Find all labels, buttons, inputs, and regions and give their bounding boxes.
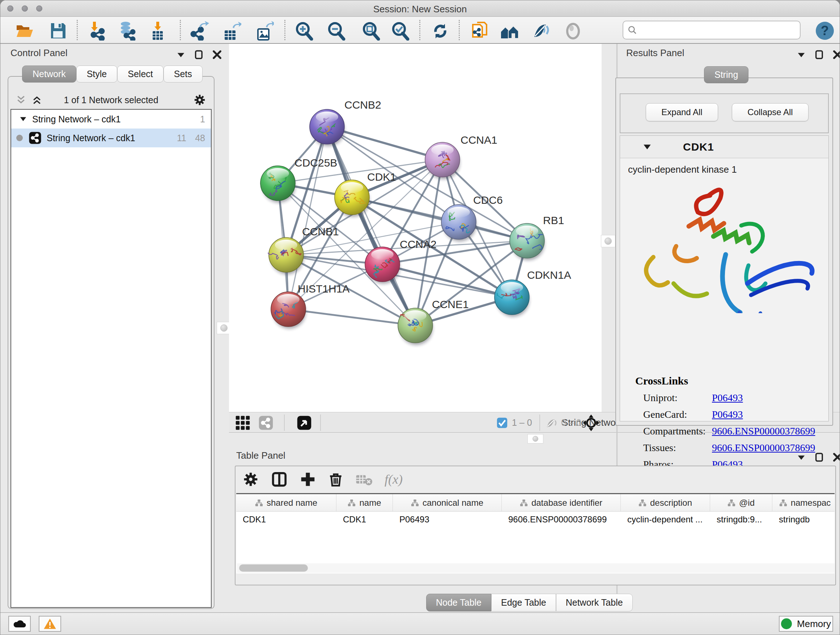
network-options-gear-icon[interactable] [194, 94, 206, 106]
export-view-icon[interactable] [296, 415, 312, 431]
crosslink-link[interactable]: 9606.ENSP00000378699 [712, 425, 815, 437]
float-panel-icon[interactable] [814, 452, 824, 462]
table-row[interactable]: CDK1 CDK1 P06493 9606.ENSP00000378699 cy… [236, 511, 835, 529]
node-label-CDK1: CDK1 [367, 171, 396, 183]
panel-menu-icon[interactable] [176, 50, 186, 60]
tab-select[interactable]: Select [117, 65, 163, 82]
close-panel-icon[interactable] [832, 50, 840, 60]
tab-network-table[interactable]: Network Table [556, 594, 633, 611]
float-panel-icon[interactable] [814, 50, 824, 60]
svg-text:?: ? [821, 23, 829, 38]
attribute-icon [728, 499, 736, 507]
edge-CCNE1-HIST1H1A[interactable] [288, 309, 415, 325]
column-header[interactable]: name [336, 494, 393, 511]
right-splitter-handle[interactable] [601, 235, 615, 247]
network-row[interactable]: String Network – cdk1 11 48 [11, 128, 211, 147]
save-session-button[interactable] [47, 20, 69, 41]
import-table-button[interactable] [147, 20, 169, 41]
zoom-in-button[interactable] [293, 20, 315, 41]
main-toolbar: ? [0, 17, 840, 44]
export-network-button[interactable] [188, 20, 211, 41]
import-network-button[interactable] [87, 20, 109, 41]
open-session-button[interactable] [13, 20, 36, 41]
column-header[interactable]: description [621, 494, 710, 511]
horizontal-splitter-handle[interactable] [527, 434, 543, 443]
collapse-all-button[interactable]: Collapse All [732, 103, 808, 121]
panel-menu-icon[interactable] [796, 452, 806, 462]
column-header[interactable]: shared name [236, 494, 336, 511]
column-header[interactable]: namespac [772, 494, 835, 511]
refresh-button[interactable] [429, 20, 452, 41]
tree-expand-icon[interactable] [19, 115, 27, 123]
tab-node-table[interactable]: Node Table [426, 594, 491, 611]
tab-sets[interactable]: Sets [164, 65, 202, 82]
node-label-CDKN1A: CDKN1A [527, 269, 571, 281]
node-HIST1H1A[interactable]: HIST1H1A [271, 283, 349, 329]
show-panels-button[interactable] [562, 20, 584, 41]
table-cell[interactable]: CDK1 [336, 511, 393, 529]
tab-style[interactable]: Style [76, 65, 118, 82]
results-panel-header-icons [796, 50, 840, 60]
show-columns-icon[interactable] [271, 471, 287, 488]
network-canvas[interactable]: CCNB2CCNA1CDC25BCDK1CDC6RB1CCNB1CCNA2CDK… [229, 44, 602, 412]
toolbar-separator [77, 20, 78, 40]
clone-network-button[interactable] [469, 20, 491, 41]
edge-CCNB2-HIST1H1A[interactable] [288, 127, 327, 309]
search-input[interactable] [637, 25, 789, 35]
tab-edge-table[interactable]: Edge Table [491, 594, 556, 611]
column-header[interactable]: database identifier [502, 494, 621, 511]
cloud-status-button[interactable] [8, 616, 31, 632]
crosslink-row: Uniprot:P06493 [643, 392, 829, 404]
table-cell[interactable]: P06493 [393, 511, 502, 529]
add-column-icon[interactable] [300, 471, 316, 487]
node-RB1[interactable]: RB1 [510, 214, 564, 260]
table-cell[interactable]: 9606.ENSP00000378699 [502, 511, 621, 529]
import-network-from-database-button[interactable] [116, 20, 139, 41]
edge-CCNB2-CCNE1[interactable] [327, 127, 415, 325]
warning-status-button[interactable] [39, 616, 61, 632]
column-header[interactable]: canonical name [393, 494, 502, 511]
node-CCNA1[interactable]: CCNA1 [425, 134, 497, 179]
node-CDKN1A[interactable]: CDKN1A [494, 269, 571, 317]
home-layout-icon[interactable] [498, 20, 521, 41]
tab-string[interactable]: String [704, 66, 748, 83]
memory-button[interactable]: Memory [779, 616, 833, 632]
string-view-icon[interactable] [258, 415, 274, 431]
help-button[interactable]: ? [813, 20, 836, 41]
section-collapse-icon[interactable] [643, 142, 652, 152]
tab-network[interactable]: Network [22, 65, 76, 82]
node-CCNB1[interactable]: CCNB1 [268, 226, 339, 274]
export-table-button[interactable] [220, 20, 243, 41]
table-options-gear-icon[interactable] [243, 471, 259, 487]
table-cell[interactable]: stringdb [772, 511, 835, 529]
pan-crosshair-icon[interactable] [583, 415, 600, 431]
table-cell[interactable]: CDK1 [236, 511, 336, 529]
panel-menu-icon[interactable] [796, 50, 806, 60]
edge-CCNB2-CCNA1[interactable] [327, 127, 442, 160]
close-panel-icon[interactable] [212, 50, 222, 60]
crosslink-link[interactable]: P06493 [712, 409, 743, 420]
scrollbar-thumb[interactable] [239, 564, 308, 572]
crosslink-link[interactable]: P06493 [712, 392, 743, 404]
node-CCNE1[interactable]: CCNE1 [398, 298, 469, 345]
network-collection-row[interactable]: String Network – cdk1 1 [11, 110, 211, 128]
delete-column-icon[interactable] [328, 471, 343, 487]
gene-section-header[interactable]: CDK1 [620, 136, 829, 158]
zoom-selected-button[interactable] [389, 20, 411, 41]
hide-panels-button[interactable] [529, 20, 552, 41]
expand-all-button[interactable]: Expand All [646, 103, 718, 121]
toolbar-separator [459, 20, 460, 40]
table-cell[interactable]: cyclin-dependent ... [621, 511, 710, 529]
close-panel-icon[interactable] [832, 452, 840, 462]
zoom-out-button[interactable] [325, 20, 347, 41]
export-image-button[interactable] [253, 20, 275, 41]
table-horizontal-scrollbar[interactable] [237, 563, 835, 573]
table-cell[interactable]: stringdb:9... [710, 511, 772, 529]
birds-eye-view-icon[interactable] [235, 415, 251, 431]
selected-checkbox-icon[interactable] [496, 417, 508, 429]
memory-status-dot [781, 618, 792, 629]
zoom-fit-button[interactable] [360, 20, 382, 41]
float-panel-icon[interactable] [194, 50, 204, 60]
node-CDC6[interactable]: CDC6 [441, 194, 503, 241]
column-header[interactable]: @id [710, 494, 772, 511]
